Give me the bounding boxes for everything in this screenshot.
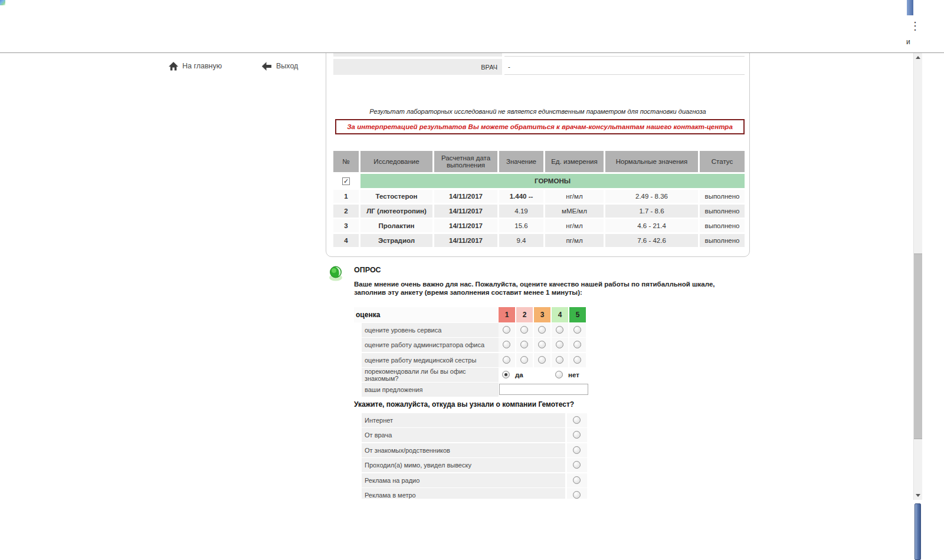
cell-num: 1 [333, 190, 359, 203]
cell-num: 2 [333, 205, 359, 218]
results-table: № Исследование Расчетная дата выполнения… [332, 149, 746, 249]
cell-normal: 7.6 - 42.6 [605, 234, 698, 247]
cell-date: 14/11/2017 [434, 234, 497, 247]
cell-unit: пг/мл [545, 234, 604, 247]
source-option-row: От знакомых/родственников [354, 443, 589, 457]
scale-cell-4: 4 [552, 307, 568, 322]
rating-radio[interactable] [573, 341, 581, 348]
cell-status: выполнено [700, 205, 745, 218]
cell-date: 14/11/2017 [434, 190, 497, 203]
rating-radio[interactable] [556, 326, 563, 334]
nav-home-link[interactable]: На главную [169, 61, 222, 71]
recommend-no-label: нет [568, 368, 579, 382]
rating-radio[interactable] [573, 326, 581, 334]
scale-cell-2: 2 [516, 307, 533, 322]
table-row: 3 Пролактин 14/11/2017 15.6 нг/мл 4.6 - … [333, 219, 745, 232]
recommend-label: порекомендовали ли бы вы офис знакомым? [362, 368, 499, 382]
col-header-date: Расчетная дата выполнения [434, 151, 497, 172]
survey-intro: Ваше мнение очень важно для нас. Пожалуй… [354, 281, 732, 297]
page: № ИСТОРИИ БОЛЕЗНИ ВРАЧ - Результат лабор… [0, 0, 944, 560]
suggestions-label: ваши предложения [362, 383, 499, 397]
cell-normal: 1.7 - 8.6 [605, 205, 698, 218]
table-row: 4 Эстрадиол 14/11/2017 9.4 пг/мл 7.6 - 4… [333, 234, 745, 247]
recommend-yes-radio[interactable] [502, 371, 510, 378]
viewport-bottom-mask [0, 499, 944, 560]
cell-status: выполнено [700, 234, 745, 247]
home-icon [169, 62, 178, 71]
cell-normal: 2.49 - 8.36 [605, 190, 698, 203]
scale-cell-3: 3 [534, 307, 550, 322]
source-option-row: Интернет [354, 413, 589, 427]
rating-radio[interactable] [520, 341, 528, 348]
cell-value: 1.440 -- [499, 190, 543, 203]
source-option-label: От знакомых/родственников [362, 443, 565, 457]
source-option-radio[interactable] [573, 476, 581, 484]
arrow-up-icon [916, 56, 920, 59]
col-header-value: Значение [499, 151, 543, 172]
vertical-scrollbar[interactable] [913, 53, 922, 500]
window-fragment [907, 0, 913, 15]
source-option-radio[interactable] [573, 416, 581, 424]
cell-status: выполнено [700, 190, 745, 203]
suggestions-row: ваши предложения [354, 383, 589, 397]
rating-radio[interactable] [503, 356, 510, 364]
scale-cell-5: 5 [569, 307, 586, 322]
cell-test: Пролактин [360, 219, 432, 232]
rating-radio[interactable] [556, 356, 563, 364]
source-option-radio[interactable] [573, 491, 581, 499]
scale-label: оценка [354, 307, 497, 322]
logout-arrow-icon [261, 62, 272, 71]
group-title: ГОРМОНЫ [360, 174, 745, 188]
cell-test: ЛГ (лютеотропин) [360, 205, 432, 218]
cell-test: Эстрадиол [360, 234, 432, 247]
col-header-unit: Ед. измерения [545, 151, 604, 172]
source-option-label: От врача [362, 428, 565, 442]
cell-status: выполнено [700, 219, 745, 232]
cell-date: 14/11/2017 [434, 219, 497, 232]
rating-row-nurse: оцените работу медицинской сестры [354, 353, 589, 367]
kebab-menu-icon[interactable]: ⋮ [910, 19, 920, 32]
rating-radio[interactable] [520, 356, 528, 364]
survey-icon [328, 265, 344, 281]
results-header-row: № Исследование Расчетная дата выполнения… [333, 151, 745, 172]
nav-logout-label: Выход [276, 62, 298, 70]
source-option-radio[interactable] [573, 446, 581, 454]
source-option-label: Интернет [362, 413, 565, 427]
source-option-row: Проходил(а) мимо, увидел вывеску [354, 458, 589, 472]
survey-title: ОПРОС [354, 266, 381, 274]
source-option-radio[interactable] [573, 431, 581, 439]
results-panel: № ИСТОРИИ БОЛЕЗНИ ВРАЧ - Результат лабор… [326, 18, 750, 257]
recommend-yes-label: да [515, 368, 523, 382]
nav-home-label: На главную [182, 62, 222, 70]
source-option-row: От врача [354, 428, 589, 442]
doctor-label: ВРАЧ [333, 59, 502, 75]
nav-logout-link[interactable]: Выход [261, 61, 298, 71]
table-row: 2 ЛГ (лютеотропин) 14/11/2017 4.19 мМЕ/м… [333, 205, 745, 218]
table-row: 1 Тестостерон 14/11/2017 1.440 -- нг/мл … [333, 190, 745, 203]
rating-radio[interactable] [538, 341, 546, 348]
rating-radio[interactable] [503, 341, 510, 348]
cell-test: Тестостерон [360, 190, 432, 203]
col-header-normal: Нормальные значения [605, 151, 698, 172]
rating-radio[interactable] [538, 356, 546, 364]
group-checkbox[interactable] [342, 177, 350, 185]
recommend-row: порекомендовали ли бы вы офис знакомым? … [354, 368, 589, 382]
window-chrome-band: ⋮ и [0, 0, 944, 53]
rating-radio[interactable] [503, 326, 510, 334]
rating-radio[interactable] [520, 326, 528, 334]
suggestions-input[interactable] [499, 384, 588, 395]
rating-radio[interactable] [538, 326, 546, 334]
col-header-test: Исследование [360, 151, 432, 172]
cell-unit: мМЕ/мл [545, 205, 604, 218]
scrollbar-down-button[interactable] [914, 491, 922, 500]
scrollbar-up-button[interactable] [914, 53, 922, 62]
rating-radio[interactable] [556, 341, 563, 348]
scrollbar-thumb[interactable] [914, 253, 922, 439]
lab-disclaimer-note: Результат лабораторных исследований не я… [326, 108, 749, 115]
rating-radio[interactable] [573, 356, 581, 364]
rating-scale-header: оценка 1 2 3 4 5 [354, 307, 589, 322]
corner-pixel-artifact [0, 0, 5, 5]
recommend-no-radio[interactable] [555, 371, 563, 378]
source-option-radio[interactable] [573, 461, 581, 469]
source-option-label: Реклама на радио [362, 473, 565, 487]
